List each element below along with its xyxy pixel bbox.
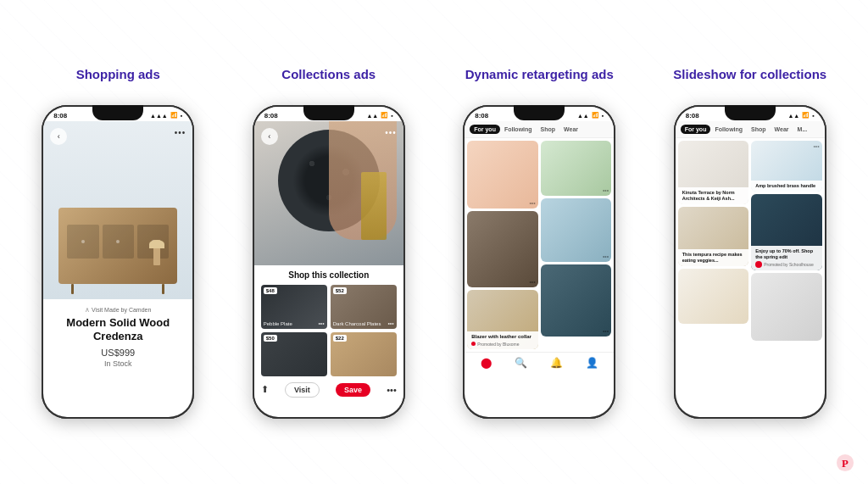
- wifi-icon-3: 📶: [592, 112, 599, 119]
- dynamic-retargeting-screen: 8:08 ▲▲ 📶 ▪ For you Following Shop Wear: [465, 107, 614, 417]
- price-badge-2: $52: [333, 287, 347, 294]
- signal-icon: ▲▲▲: [150, 113, 168, 119]
- pinterest-watermark: P: [836, 453, 854, 472]
- phone4-content: For you Following Shop Wear M... Kinuta …: [676, 121, 825, 343]
- collection-actions: ⬆ Visit Save •••: [261, 380, 397, 400]
- battery-icon: ▪: [181, 113, 182, 119]
- promo-brand-text: Promoted by Schoolhouse: [764, 262, 814, 267]
- status-icons-1: ▲▲▲ 📶 ▪: [150, 112, 182, 119]
- pin-blazer[interactable]: Blazer with leather collar Promoted by B…: [467, 290, 538, 349]
- more-options-1[interactable]: •••: [175, 128, 186, 137]
- visit-button[interactable]: Visit: [285, 382, 320, 398]
- pin-blazer-desc: Blazer with leather collar Promoted by B…: [467, 331, 538, 348]
- drawer-2: [103, 225, 134, 259]
- pin-misc[interactable]: [751, 273, 822, 341]
- product-image: ‹ •••: [43, 121, 192, 299]
- promo-logo-icon: [755, 261, 762, 268]
- dynamic-retargeting-title: Dynamic retargeting ads: [465, 66, 614, 97]
- phone-notch-4: [725, 105, 776, 120]
- phone3-tabs-bar: For you Following Shop Wear: [465, 121, 614, 138]
- tab-for-you[interactable]: For you: [470, 125, 500, 134]
- profile-icon[interactable]: 👤: [586, 357, 598, 369]
- item-label-2: Dark Charcoal Plates: [333, 321, 381, 326]
- product-price: US$999: [52, 348, 184, 358]
- tab-shop-4[interactable]: Shop: [747, 125, 771, 134]
- pin-drinks[interactable]: •••: [541, 141, 612, 196]
- phone4-col-right: Amp brushed brass handle ••• Enjoy up to…: [751, 141, 822, 341]
- pin-street[interactable]: •••: [541, 198, 612, 262]
- collection-item-2[interactable]: $52 Dark Charcoal Plates •••: [331, 285, 397, 329]
- back-button-2[interactable]: ‹: [261, 128, 278, 145]
- pin-blazer-name: Blazer with leather collar: [471, 334, 534, 340]
- battery-icon-3: ▪: [602, 113, 604, 119]
- phone-notch-2: [303, 105, 354, 120]
- pin-promo[interactable]: Enjoy up to 70% off. Shop the spring edi…: [751, 194, 822, 270]
- shopping-ads-screen: 8:08 ▲▲▲ 📶 ▪ ‹ •••: [43, 107, 192, 417]
- dynamic-retargeting-section: Dynamic retargeting ads 8:08 ▲▲ 📶 ▪ For …: [442, 66, 637, 419]
- pin-promo-name: Enjoy up to 70% off. Shop the spring edi…: [755, 248, 818, 259]
- upload-icon[interactable]: ⬆: [261, 384, 269, 395]
- pin-handle-dots[interactable]: •••: [813, 143, 819, 149]
- phone-notch-1: [92, 105, 143, 120]
- collection-item-4[interactable]: $22: [331, 332, 397, 376]
- tab-more-4[interactable]: M...: [793, 125, 812, 134]
- slideshow-phone: 8:08 ▲▲ 📶 ▪ For you Following Shop Wear …: [674, 105, 826, 419]
- time-3: 8:08: [475, 112, 488, 120]
- more-options-2[interactable]: •••: [385, 128, 397, 137]
- pin-dots-4[interactable]: •••: [603, 253, 609, 259]
- home-icon[interactable]: ⬤: [481, 357, 492, 369]
- shopping-ads-phone: 8:08 ▲▲▲ 📶 ▪ ‹ •••: [42, 105, 194, 419]
- pin-earrings[interactable]: •••: [467, 141, 538, 209]
- battery-icon-2: ▪: [391, 113, 392, 119]
- main-container: Shopping ads 8:08 ▲▲▲ 📶 ▪ ‹ •••: [0, 49, 868, 436]
- search-icon[interactable]: 🔍: [515, 357, 527, 369]
- pin-city[interactable]: •••: [541, 264, 612, 337]
- save-button[interactable]: Save: [336, 383, 370, 397]
- collection-panel-title: Shop this collection: [261, 270, 397, 280]
- shopping-ads-title: Shopping ads: [76, 66, 160, 97]
- pin-cactus[interactable]: •••: [467, 211, 538, 287]
- furniture-image: [58, 208, 177, 284]
- collection-item-3[interactable]: $50: [261, 332, 327, 376]
- collection-item-1[interactable]: $48 Pebble Plate •••: [261, 285, 327, 329]
- tab-foryou-4[interactable]: For you: [681, 125, 711, 134]
- tab-wear-4[interactable]: Wear: [771, 125, 793, 134]
- chevron-up-icon: ∧: [85, 306, 90, 314]
- tab-shop[interactable]: Shop: [537, 125, 560, 134]
- wifi-icon: 📶: [170, 112, 178, 119]
- pin-blazer-promo: Promoted by Bluxome: [471, 342, 534, 347]
- pin-tempura[interactable]: This tempura recipe makes eating veggies…: [678, 207, 749, 266]
- pin-terrace-desc: Kinuta Terrace by Norm Architects & Keij…: [678, 187, 749, 203]
- signal-icon-4: ▲▲: [787, 113, 799, 119]
- pin-promo-brand: Promoted by Schoolhouse: [755, 261, 818, 268]
- back-button-1[interactable]: ‹: [50, 128, 67, 145]
- pin-bike[interactable]: [678, 269, 749, 324]
- slideshow-title: Slideshow for collections: [673, 66, 826, 97]
- pin-dots-1[interactable]: •••: [529, 200, 535, 206]
- tab-following-4[interactable]: Following: [710, 125, 747, 134]
- collections-ads-title: Collections ads: [281, 66, 376, 97]
- svg-text:P: P: [842, 458, 849, 470]
- phone3-col-left: ••• ••• Blazer with leather collar: [467, 141, 538, 349]
- bell-icon[interactable]: 🔔: [550, 357, 563, 369]
- status-icons-4: ▲▲ 📶 ▪: [787, 112, 814, 119]
- tab-wear[interactable]: Wear: [559, 125, 582, 134]
- more-icon[interactable]: •••: [387, 385, 397, 395]
- pin-dots-2[interactable]: •••: [603, 187, 609, 193]
- item-menu-1[interactable]: •••: [318, 320, 324, 326]
- phone3-content: For you Following Shop Wear ••• •••: [465, 121, 614, 373]
- pin-dots-3[interactable]: •••: [529, 279, 535, 285]
- pin-promo-desc: Enjoy up to 70% off. Shop the spring edi…: [751, 246, 822, 270]
- promo-dot-icon: [471, 342, 476, 346]
- phone3-bottom-nav: ⬤ 🔍 🔔 👤: [465, 352, 614, 373]
- time-1: 8:08: [53, 112, 67, 120]
- lamp: [153, 240, 160, 265]
- pin-dots-6[interactable]: •••: [603, 328, 609, 334]
- tab-following[interactable]: Following: [500, 125, 537, 134]
- status-icons-3: ▲▲ 📶 ▪: [577, 112, 604, 119]
- pin-terrace[interactable]: Kinuta Terrace by Norm Architects & Keij…: [678, 141, 749, 204]
- collections-ads-section: Collections ads 8:08 ▲▲ 📶 ▪ ‹ •••: [231, 66, 427, 419]
- pinterest-logo-icon: P: [836, 453, 854, 472]
- pin-handle[interactable]: Amp brushed brass handle •••: [751, 141, 822, 192]
- item-menu-2[interactable]: •••: [387, 320, 393, 326]
